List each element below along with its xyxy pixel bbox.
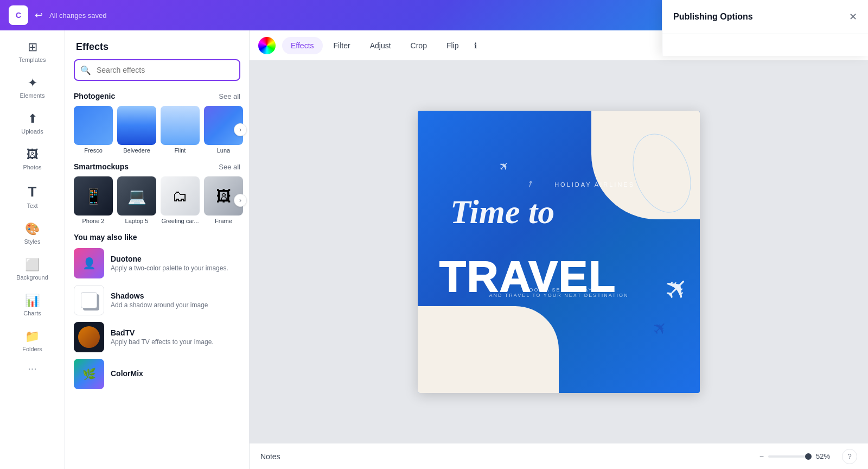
badtv-face: [78, 326, 100, 348]
subtitle-line1: BOOK A SEAT TODAY: [489, 287, 628, 293]
sidebar-item-label: Styles: [24, 238, 41, 245]
elements-icon: ✦: [28, 76, 37, 90]
greetingcard-label: Greeting car...: [161, 218, 199, 224]
zoom-controls: − 52% ?: [760, 449, 857, 464]
sidebar-item-label: Background: [16, 274, 48, 281]
shadows-desc: Add a shadow around your image: [111, 301, 240, 309]
sidebar-more-button[interactable]: ···: [28, 362, 37, 375]
sidebar-item-label: Folders: [22, 346, 42, 352]
flint-thumb: [161, 106, 200, 145]
mockup-phone2[interactable]: 📱 Phone 2: [74, 176, 113, 224]
photogenic-next-button[interactable]: ›: [234, 123, 247, 136]
smartmockups-see-all[interactable]: See all: [219, 163, 240, 171]
plane-big-icon: ✈: [656, 268, 697, 309]
templates-icon: ⊞: [28, 40, 37, 54]
sidebar-item-label: Photos: [23, 164, 41, 170]
duotone-thumb: 👤: [74, 248, 104, 278]
fresco-thumb: [74, 106, 113, 145]
effects-panel-title: Effects: [65, 30, 249, 59]
sidebar-item-background[interactable]: ⬜ Background: [0, 252, 65, 286]
effect-item-duotone[interactable]: 👤 Duotone Apply a two-color palette to y…: [74, 248, 240, 278]
tab-filter[interactable]: Filter: [325, 37, 359, 54]
luna-label: Luna: [217, 147, 230, 154]
swatch-fresco[interactable]: Fresco: [74, 106, 113, 154]
canvas-card[interactable]: ✈ ↗ HOLIDAY AIRLINES Time to TRAVEL BOOK…: [418, 111, 700, 393]
smartmockups-section-header: Smartmockups See all: [74, 162, 240, 171]
publishing-content: [662, 34, 868, 56]
sidebar-item-charts[interactable]: 📊 Charts: [0, 288, 65, 322]
colormix-info: ColorMix: [111, 369, 240, 379]
sidebar-item-label: Charts: [23, 310, 41, 316]
photogenic-section-header: Photogenic See all: [74, 92, 240, 100]
badtv-desc: Apply bad TV effects to your image.: [111, 338, 240, 346]
sidebar-item-styles[interactable]: 🎨 Styles: [0, 217, 65, 250]
may-also-like-section: You may also like 👤 Duotone Apply a two-…: [74, 233, 240, 389]
publishing-header: Publishing Options ✕: [662, 30, 868, 34]
photogenic-see-all[interactable]: See all: [219, 92, 240, 100]
colormix-name: ColorMix: [111, 369, 240, 378]
shadows-thumb: [74, 285, 104, 315]
sidebar-item-elements[interactable]: ✦ Elements: [0, 71, 65, 104]
sidebar-item-photos[interactable]: 🖼 Photos: [0, 142, 65, 176]
folders-icon: 📁: [25, 329, 40, 344]
effects-panel: Effects 🔍 Photogenic See all Fresco: [65, 30, 250, 469]
tab-crop[interactable]: Crop: [402, 37, 436, 54]
mockup-greetingcard[interactable]: 🗂 Greeting car...: [161, 176, 200, 224]
charts-icon: 📊: [25, 294, 40, 308]
sidebar-item-label: Uploads: [21, 128, 43, 135]
laptop5-label: Laptop 5: [125, 218, 149, 224]
effect-item-badtv[interactable]: BadTV Apply bad TV effects to your image…: [74, 322, 240, 352]
canvas-area: ✈ ↗ HOLIDAY AIRLINES Time to TRAVEL BOOK…: [250, 61, 868, 443]
help-button[interactable]: ?: [842, 449, 857, 464]
swatch-flint[interactable]: Flint: [161, 106, 200, 154]
sidebar-item-text[interactable]: T Text: [0, 178, 65, 214]
photogenic-row: Fresco Belvedere Flint Luna ›: [74, 106, 240, 154]
bird-icon-2: ↗: [524, 178, 535, 190]
headline-time-to: Time to: [450, 195, 554, 229]
smartmockups-next-button[interactable]: ›: [234, 194, 247, 207]
belvedere-label: Belvedere: [123, 147, 150, 154]
shadows-name: Shadows: [111, 291, 240, 300]
saved-status: All changes saved: [49, 11, 107, 20]
belvedere-thumb: [117, 106, 156, 145]
duotone-name: Duotone: [111, 255, 240, 263]
zoom-slider[interactable]: [768, 455, 812, 458]
sidebar-item-uploads[interactable]: ⬆ Uploads: [0, 106, 65, 140]
photogenic-title: Photogenic: [74, 92, 115, 100]
badtv-thumb: [74, 322, 104, 352]
info-button[interactable]: ℹ: [470, 39, 481, 52]
frame-label: Frame: [215, 218, 232, 224]
airline-text: HOLIDAY AIRLINES: [554, 181, 635, 188]
sidebar-item-label: Templates: [18, 56, 46, 63]
flint-label: Flint: [175, 147, 186, 154]
color-picker[interactable]: [258, 37, 276, 54]
may-also-like-title: You may also like: [74, 233, 240, 242]
uploads-icon: ⬆: [28, 112, 37, 126]
laptop5-thumb: 💻: [117, 176, 156, 216]
search-icon: 🔍: [80, 65, 91, 75]
bottom-bar: Notes − 52% ?: [250, 443, 868, 469]
styles-icon: 🎨: [25, 222, 40, 236]
zoom-percent: 52%: [816, 452, 838, 460]
badtv-name: BadTV: [111, 328, 240, 337]
search-input[interactable]: [74, 59, 240, 81]
tab-adjust[interactable]: Adjust: [361, 37, 400, 54]
undo-button[interactable]: ↩: [35, 9, 43, 21]
sidebar-item-label: Elements: [20, 92, 45, 99]
effect-item-colormix[interactable]: 🌿 ColorMix: [74, 359, 240, 389]
sidebar-item-folders[interactable]: 📁 Folders: [0, 324, 65, 358]
smartmockups-title: Smartmockups: [74, 162, 129, 171]
sidebar-item-templates[interactable]: ⊞ Templates: [0, 35, 65, 68]
mockup-laptop5[interactable]: 💻 Laptop 5: [117, 176, 156, 224]
zoom-minus-icon: −: [760, 452, 764, 461]
left-sidebar: ⊞ Templates ✦ Elements ⬆ Uploads 🖼 Photo…: [0, 30, 65, 469]
publishing-options-panel: Publishing Options ✕: [662, 30, 868, 56]
bird-icon-1: ✈: [495, 158, 512, 175]
tab-effects[interactable]: Effects: [282, 37, 323, 54]
effect-item-shadows[interactable]: Shadows Add a shadow around your image: [74, 285, 240, 315]
colormix-thumb: 🌿: [74, 359, 104, 389]
tab-flip[interactable]: Flip: [438, 37, 468, 54]
swatch-belvedere[interactable]: Belvedere: [117, 106, 156, 154]
background-icon: ⬜: [25, 258, 40, 272]
text-icon: T: [28, 183, 37, 200]
